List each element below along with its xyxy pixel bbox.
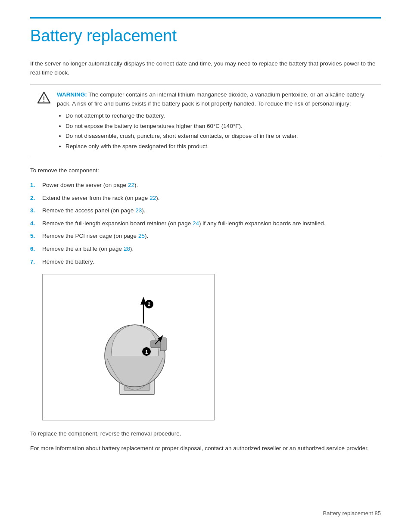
step-link-6[interactable]: 28 bbox=[124, 246, 130, 252]
warning-text: The computer contains an internal lithiu… bbox=[57, 91, 364, 107]
warning-bullet-3: Do not disassemble, crush, puncture, sho… bbox=[65, 131, 374, 141]
warning-bullet-4: Replace only with the spare designated f… bbox=[65, 142, 374, 151]
step-link-5[interactable]: 25 bbox=[138, 233, 145, 239]
step-text-3: Remove the access panel (on page 23). bbox=[42, 206, 145, 215]
step-text-6: Remove the air baffle (on page 28). bbox=[42, 244, 134, 254]
step-text-4: Remove the full-length expansion board r… bbox=[42, 219, 325, 228]
step-5: 5.Remove the PCI riser cage (on page 25)… bbox=[30, 231, 381, 241]
step-3: 3.Remove the access panel (on page 23). bbox=[30, 206, 381, 215]
svg-text:2: 2 bbox=[148, 302, 150, 307]
diagram-box: 2 1 bbox=[42, 274, 215, 420]
step-4: 4.Remove the full-length expansion board… bbox=[30, 219, 381, 228]
warning-content: WARNING: The computer contains an intern… bbox=[57, 90, 374, 152]
warning-box: ! WARNING: The computer contains an inte… bbox=[30, 84, 381, 158]
footer-text-2: For more information about battery repla… bbox=[30, 444, 381, 453]
step-text-1: Power down the server (on page 22). bbox=[42, 180, 138, 190]
step-text-7: Remove the battery. bbox=[42, 257, 94, 267]
warning-bullets: Do not attempt to recharge the battery. … bbox=[65, 111, 374, 151]
step-num-1: 1. bbox=[30, 180, 42, 190]
step-num-5: 5. bbox=[30, 231, 42, 241]
steps-list: 1.Power down the server (on page 22).2.E… bbox=[30, 180, 381, 266]
step-7: 7.Remove the battery. bbox=[30, 257, 381, 267]
to-remove-label: To remove the component: bbox=[30, 166, 381, 175]
footer-text-1: To replace the component, reverse the re… bbox=[30, 429, 381, 439]
step-text-2: Extend the server from the rack (on page… bbox=[42, 193, 159, 203]
step-num-4: 4. bbox=[30, 219, 42, 228]
step-num-2: 2. bbox=[30, 193, 42, 203]
battery-diagram: 2 1 bbox=[51, 280, 206, 414]
warning-icon: ! bbox=[37, 91, 51, 105]
step-6: 6.Remove the air baffle (on page 28). bbox=[30, 244, 381, 254]
step-num-3: 3. bbox=[30, 206, 42, 215]
step-text-5: Remove the PCI riser cage (on page 25). bbox=[42, 231, 148, 241]
step-link-4[interactable]: 24 bbox=[193, 220, 199, 227]
step-num-6: 6. bbox=[30, 244, 42, 254]
page-footer: Battery replacement 85 bbox=[323, 510, 381, 516]
step-1: 1.Power down the server (on page 22). bbox=[30, 180, 381, 190]
svg-text:1: 1 bbox=[145, 349, 148, 355]
step-link-3[interactable]: 23 bbox=[135, 207, 142, 214]
page-title: Battery replacement bbox=[30, 26, 381, 46]
step-num-7: 7. bbox=[30, 257, 42, 267]
warning-bullet-2: Do not expose the battery to temperature… bbox=[65, 121, 374, 131]
warning-bullet-1: Do not attempt to recharge the battery. bbox=[65, 111, 374, 121]
step-link-1[interactable]: 22 bbox=[128, 182, 134, 188]
step-2: 2.Extend the server from the rack (on pa… bbox=[30, 193, 381, 203]
svg-text:!: ! bbox=[43, 96, 45, 103]
intro-text: If the server no longer automatically di… bbox=[30, 59, 381, 78]
warning-label: WARNING: bbox=[57, 91, 87, 98]
page: Battery replacement If the server no lon… bbox=[0, 0, 411, 532]
top-rule bbox=[30, 17, 381, 19]
footer-texts: To replace the component, reverse the re… bbox=[30, 429, 381, 453]
step-link-2[interactable]: 22 bbox=[149, 195, 156, 201]
